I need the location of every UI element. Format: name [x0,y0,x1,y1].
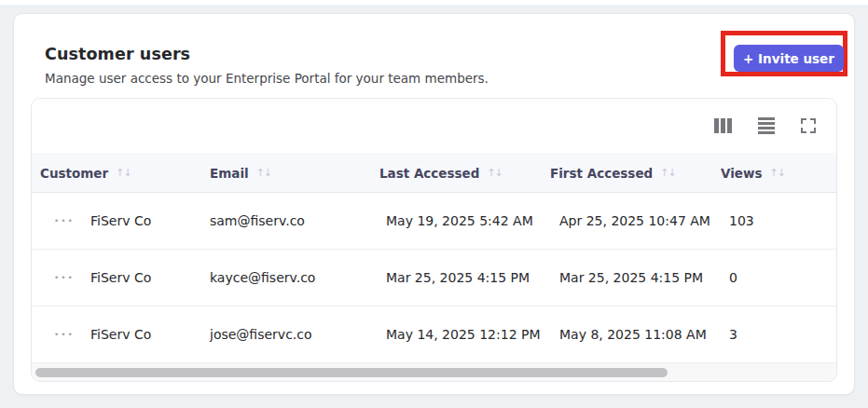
fullscreen-icon[interactable] [799,116,818,135]
annotation-highlight-box: + Invite user [721,31,847,76]
customer-cell: FiServ Co [90,306,151,362]
page-title: Customer users [45,45,190,63]
column-header-email[interactable]: Email ↑↓ [210,153,271,193]
column-header-last-accessed[interactable]: Last Accessed ↑↓ [379,153,503,193]
email-cell: sam@fiserv.co [210,193,305,249]
row-menu-cell: ••• [54,306,75,362]
sort-icon[interactable]: ↑↓ [116,167,131,179]
row-menu-icon[interactable]: ••• [54,327,75,343]
column-header-views[interactable]: Views ↑↓ [721,153,785,193]
fullscreen-icon-glyph [801,118,816,133]
row-lines-icon[interactable] [756,116,777,136]
column-header-label: First Accessed [550,166,653,181]
top-strip [0,0,868,5]
table-row: ••• FiServ Co kayce@fiserv.co Mar 25, 20… [32,250,836,306]
column-header-customer[interactable]: Customer ↑↓ [40,153,131,193]
page-subtitle: Manage user access to your Enterprise Po… [45,71,489,86]
column-header-label: Last Accessed [379,166,479,181]
customer-cell: FiServ Co [90,193,151,249]
horizontal-scrollbar-track[interactable] [32,362,836,381]
row-menu-icon[interactable]: ••• [54,213,75,229]
column-header-label: Email [210,166,249,181]
views-cell: 103 [729,193,754,249]
last-accessed-cell: May 14, 2025 12:12 PM [386,306,541,362]
row-menu-icon[interactable]: ••• [54,270,75,286]
email-cell: jose@fiservc.co [210,306,312,362]
customer-users-card: Customer users Manage user access to you… [13,13,855,395]
views-cell: 0 [729,250,737,306]
column-header-label: Views [721,166,763,181]
last-accessed-cell: Mar 25, 2025 4:15 PM [386,250,530,306]
table-row: ••• FiServ Co sam@fiserv.co May 19, 2025… [32,193,836,250]
first-accessed-cell: Mar 25, 2025 4:15 PM [559,250,703,306]
table-row: ••• FiServ Co jose@fiservc.co May 14, 20… [32,306,836,363]
invite-user-button[interactable]: + Invite user [734,45,844,72]
sort-icon[interactable]: ↑↓ [660,167,675,179]
email-cell: kayce@fiserv.co [210,250,315,306]
row-lines-icon-glyph [758,117,775,134]
table-toolbar [32,99,836,153]
row-menu-cell: ••• [54,193,75,249]
table-header-row: Customer ↑↓ Email ↑↓ Last Accessed ↑↓ Fi… [32,153,836,193]
last-accessed-cell: May 19, 2025 5:42 AM [386,193,533,249]
column-header-label: Customer [40,166,108,181]
columns-icon[interactable] [712,116,734,135]
sort-icon[interactable]: ↑↓ [487,167,502,179]
column-header-first-accessed[interactable]: First Accessed ↑↓ [550,153,676,193]
columns-icon-glyph [714,118,732,133]
sort-icon[interactable]: ↑↓ [256,167,271,179]
users-table-container: Customer ↑↓ Email ↑↓ Last Accessed ↑↓ Fi… [31,98,837,382]
views-cell: 3 [729,306,737,362]
first-accessed-cell: May 8, 2025 11:08 AM [559,306,707,362]
first-accessed-cell: Apr 25, 2025 10:47 AM [559,193,710,249]
row-menu-cell: ••• [54,250,75,306]
customer-cell: FiServ Co [90,250,151,306]
sort-icon[interactable]: ↑↓ [770,167,785,179]
horizontal-scrollbar-thumb[interactable] [35,368,668,377]
